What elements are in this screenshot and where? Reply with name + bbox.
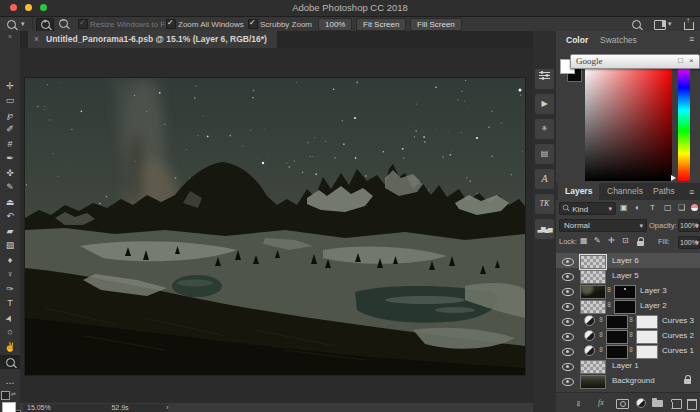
histogram-panel-icon[interactable]: ▃▆▄▅ bbox=[535, 219, 554, 239]
layer-row-layer2[interactable]: ∞ Layer 2 bbox=[556, 298, 700, 313]
layer-row-layer3[interactable]: ∞ Layer 3 bbox=[556, 283, 700, 298]
google-window[interactable]: Google □ × bbox=[570, 54, 700, 69]
layer-mask-thumbnail[interactable] bbox=[606, 345, 628, 359]
add-mask-icon[interactable] bbox=[616, 399, 629, 409]
curves-adjustment-icon[interactable] bbox=[584, 345, 595, 356]
layer-row-layer6[interactable]: Layer 6 bbox=[556, 253, 700, 268]
curves-adjustment-icon[interactable] bbox=[584, 315, 595, 326]
spot-healing-brush-tool[interactable]: ✜ bbox=[0, 167, 20, 181]
rectangular-marquee-tool[interactable]: ▭ bbox=[0, 94, 20, 108]
layer-mask-thumbnail[interactable] bbox=[614, 285, 636, 299]
new-adjustment-layer-icon[interactable] bbox=[636, 398, 646, 408]
foreground-color-swatch[interactable] bbox=[2, 402, 16, 412]
layer-row-layer1[interactable]: Layer 1 bbox=[556, 358, 700, 373]
crop-tool[interactable]: # bbox=[0, 138, 20, 152]
layer-thumbnail[interactable] bbox=[580, 360, 606, 374]
visibility-eye-icon[interactable] bbox=[562, 318, 574, 327]
filter-kind-select[interactable]: Kind bbox=[559, 202, 616, 215]
history-brush-tool[interactable]: ↶ bbox=[0, 210, 20, 224]
hue-slider[interactable] bbox=[678, 67, 690, 181]
pen-tool[interactable]: ✑ bbox=[0, 283, 20, 297]
layer-thumbnail[interactable] bbox=[580, 285, 606, 299]
layer-mask-thumbnail[interactable] bbox=[614, 300, 636, 314]
panel-menu-icon[interactable]: ≡ bbox=[689, 187, 694, 197]
layer-row-layer5[interactable]: Layer 5 bbox=[556, 268, 700, 283]
mask-link-icon[interactable]: ∞ bbox=[628, 332, 635, 337]
visibility-eye-icon[interactable] bbox=[562, 273, 574, 282]
layer-row-background[interactable]: Background bbox=[556, 373, 700, 388]
new-group-icon[interactable] bbox=[652, 400, 663, 407]
edit-toolbar-icon[interactable]: ⋯ bbox=[0, 377, 20, 391]
tab-paths[interactable]: Paths bbox=[646, 183, 682, 200]
blend-mode-select[interactable]: Normal bbox=[559, 219, 647, 232]
swap-colors-icon[interactable]: ⇄ bbox=[11, 390, 16, 397]
layer-thumbnail[interactable] bbox=[580, 375, 606, 389]
layer-thumbnail[interactable] bbox=[580, 255, 606, 269]
layer-thumbnail[interactable] bbox=[580, 270, 606, 284]
zoom-all-windows-checkbox[interactable] bbox=[166, 19, 176, 29]
mask-link-icon[interactable]: ∞ bbox=[598, 347, 605, 352]
lock-all-icon[interactable] bbox=[637, 241, 644, 246]
actions-panel-icon[interactable]: ▶ bbox=[535, 94, 554, 114]
color-saturation-field[interactable] bbox=[585, 67, 672, 181]
search-icon[interactable] bbox=[632, 20, 641, 31]
filter-toggle-icon[interactable] bbox=[691, 204, 698, 211]
status-chevron-icon[interactable]: › bbox=[166, 403, 168, 412]
default-colors-icon[interactable] bbox=[1, 391, 10, 400]
tab-color[interactable]: Color bbox=[566, 35, 588, 45]
eyedropper-tool[interactable]: ✒ bbox=[0, 152, 20, 166]
visibility-eye-icon[interactable] bbox=[562, 303, 574, 312]
workspace-switcher-icon[interactable] bbox=[654, 20, 666, 30]
visibility-eye-icon[interactable] bbox=[562, 378, 574, 387]
document-info-field[interactable]: 52.9s bbox=[72, 404, 168, 412]
delete-layer-icon[interactable] bbox=[687, 399, 697, 410]
fill-select[interactable]: 100% bbox=[678, 236, 700, 249]
document-image[interactable] bbox=[25, 78, 525, 375]
new-layer-icon[interactable] bbox=[671, 399, 682, 409]
zoom-tool-options-icon[interactable] bbox=[7, 20, 16, 31]
tool-preset-chevron-icon[interactable] bbox=[21, 19, 25, 28]
workspace-chevron-icon[interactable] bbox=[668, 19, 672, 28]
visibility-eye-icon[interactable] bbox=[562, 258, 574, 267]
layer-mask-thumbnail[interactable] bbox=[606, 315, 628, 329]
mask-link-icon[interactable]: ∞ bbox=[628, 317, 635, 322]
scrubby-zoom-checkbox[interactable] bbox=[248, 19, 258, 29]
layer-row-curves2[interactable]: ∞ ∞ Curves 2 bbox=[556, 328, 700, 343]
hue-slider-pointer[interactable] bbox=[671, 175, 676, 181]
quick-selection-tool[interactable]: ✐ bbox=[0, 123, 20, 137]
gradient-tool[interactable]: ▧ bbox=[0, 239, 20, 253]
brush-settings-panel-icon[interactable] bbox=[535, 69, 554, 89]
vector-mask-thumbnail[interactable] bbox=[636, 315, 658, 329]
vector-mask-thumbnail[interactable] bbox=[636, 345, 658, 359]
tab-swatches[interactable]: Swatches bbox=[600, 35, 637, 45]
eraser-tool[interactable]: ▰ bbox=[0, 225, 20, 239]
mask-link-icon[interactable]: ∞ bbox=[606, 287, 613, 292]
share-icon[interactable] bbox=[684, 22, 694, 30]
lock-transparency-icon[interactable]: ▦ bbox=[580, 236, 588, 245]
toolbar-collapse-icon[interactable]: » bbox=[0, 33, 20, 40]
canvas-area[interactable] bbox=[20, 48, 533, 402]
filter-type-icon[interactable]: T bbox=[650, 203, 655, 212]
tk-a-module-panel-icon[interactable]: A bbox=[535, 169, 554, 189]
mask-link-icon[interactable]: ∞ bbox=[598, 317, 605, 322]
move-tool[interactable]: ✛ bbox=[0, 80, 20, 94]
layer-row-curves3[interactable]: ∞ ∞ Curves 3 bbox=[556, 313, 700, 328]
filter-pixel-icon[interactable]: ▣ bbox=[620, 203, 628, 212]
fit-screen-button[interactable]: Fit Screen bbox=[356, 18, 406, 31]
dodge-tool[interactable]: ♀ bbox=[0, 268, 20, 282]
zoom-level-field[interactable]: 15.05% bbox=[23, 404, 73, 412]
mask-link-icon[interactable]: ∞ bbox=[628, 347, 635, 352]
tab-channels[interactable]: Channels bbox=[600, 183, 650, 200]
google-minimize-icon[interactable]: □ bbox=[678, 56, 683, 65]
vector-mask-thumbnail[interactable] bbox=[636, 330, 658, 344]
tk-actions-panel-icon[interactable]: TK bbox=[535, 194, 554, 214]
lasso-tool[interactable]: ℘ bbox=[0, 109, 20, 123]
link-layers-icon[interactable]: ∞ bbox=[574, 401, 583, 407]
visibility-eye-icon[interactable] bbox=[562, 363, 574, 372]
layer-mask-thumbnail[interactable] bbox=[606, 330, 628, 344]
filter-smart-object-icon[interactable]: ❏ bbox=[678, 203, 685, 212]
ellipse-tool[interactable]: ○ bbox=[0, 326, 20, 340]
fill-screen-button[interactable]: Fill Screen bbox=[410, 18, 462, 31]
layer-style-fx-icon[interactable]: fx bbox=[598, 398, 604, 407]
curves-adjustment-icon[interactable] bbox=[584, 330, 595, 341]
